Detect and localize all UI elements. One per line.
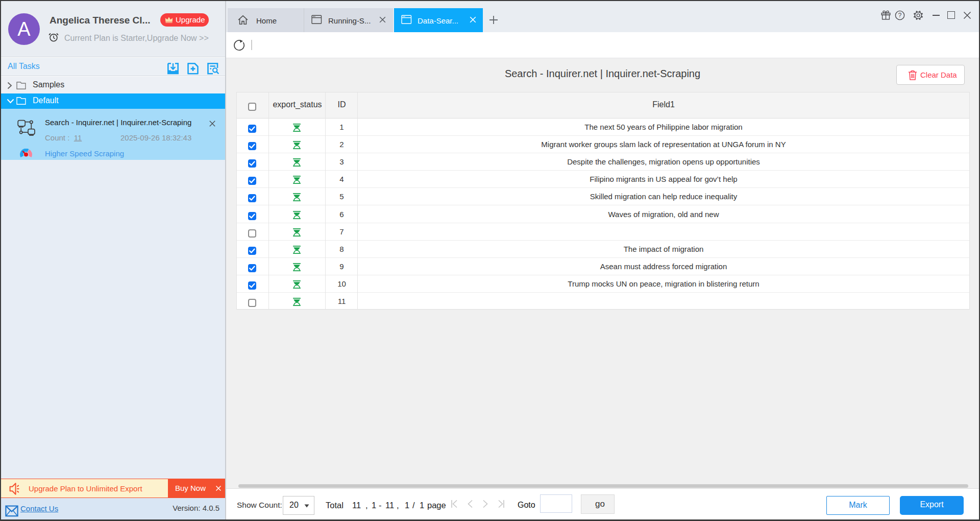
- svg-text:?: ?: [898, 12, 902, 19]
